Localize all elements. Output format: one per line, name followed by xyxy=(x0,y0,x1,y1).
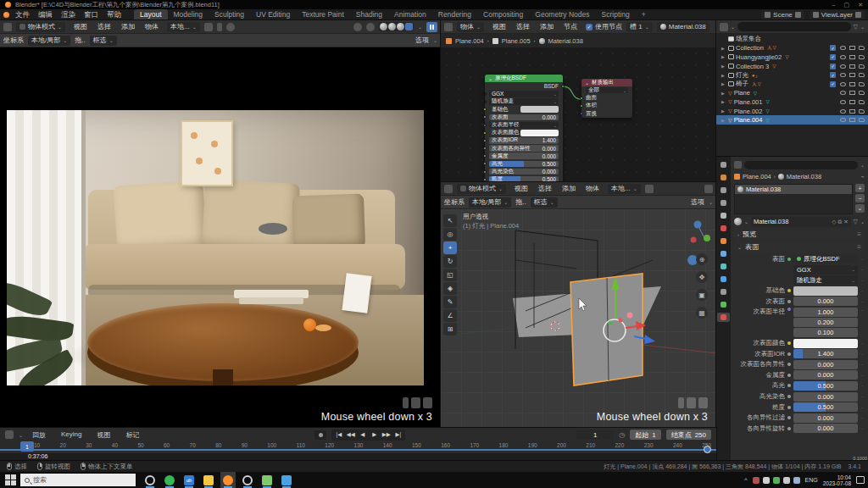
viewport-tool-button[interactable]: ✎ xyxy=(443,296,457,308)
node-menu-item[interactable]: 添加 xyxy=(536,22,558,31)
input-language[interactable]: ENG xyxy=(805,477,818,483)
viewport-menu-item[interactable]: 选择 xyxy=(93,22,115,31)
collection-checkbox[interactable]: ✓ xyxy=(830,72,836,78)
viewport-menu-item[interactable]: 物体 xyxy=(141,22,163,31)
workspace-tab[interactable]: Shading xyxy=(350,9,388,20)
tray-icon[interactable] xyxy=(773,477,780,484)
collection-checkbox[interactable]: ✓ xyxy=(830,54,836,60)
rendered-shading-icon[interactable] xyxy=(405,23,413,30)
render-disable-icon[interactable] xyxy=(859,100,865,104)
render-disable-icon[interactable] xyxy=(859,46,865,50)
pan-hand-icon[interactable]: ✥ xyxy=(696,271,708,283)
properties-tab[interactable] xyxy=(717,274,730,284)
material-property-row[interactable]: 高光染色 0.000 ∙ xyxy=(734,392,865,402)
properties-tab[interactable] xyxy=(717,173,730,182)
hide-eye-icon[interactable] xyxy=(840,109,846,114)
viewport-menu-item[interactable]: 视图 xyxy=(70,22,92,31)
viewport-menu-item[interactable]: 添加 xyxy=(558,184,580,193)
viewport-disable-icon[interactable] xyxy=(849,46,855,50)
slot-specials-button[interactable]: ⌄ xyxy=(855,204,865,213)
node-property-row[interactable]: 次表面颜色 ⌄ xyxy=(485,129,563,136)
copy-icon[interactable]: ⧉ xyxy=(837,219,842,225)
properties-tab[interactable] xyxy=(717,313,730,322)
render-disable-icon[interactable] xyxy=(859,73,865,77)
node-property-row[interactable]: 随机游走 ⌄ xyxy=(485,97,563,105)
expand-arrow-icon[interactable]: ▶ xyxy=(721,118,726,123)
snap-magnet-icon[interactable] xyxy=(645,185,654,193)
snap-options-icon[interactable] xyxy=(217,23,222,31)
material-property-row[interactable]: 基础色 ∙ xyxy=(734,286,865,296)
taskbar-search-input[interactable]: 搜索 xyxy=(20,474,136,486)
properties-tab[interactable] xyxy=(717,211,730,220)
scene-selector[interactable]: Scene xyxy=(761,10,804,19)
node-property-row[interactable]: 基础色 ⌄ xyxy=(485,106,563,114)
expand-arrow-icon[interactable]: ▶ xyxy=(721,91,726,96)
mode-dropdown[interactable]: 物体模式⌄ xyxy=(457,184,506,194)
viewport-tool-button[interactable]: ⊞ xyxy=(443,323,457,336)
playback-button[interactable]: ◀◀ xyxy=(345,430,356,440)
remove-slot-button[interactable]: − xyxy=(855,194,865,202)
properties-search-input[interactable] xyxy=(744,161,858,169)
node-input-socket[interactable]: 置换 xyxy=(581,110,632,118)
render-disable-icon[interactable] xyxy=(859,91,865,95)
hide-eye-icon[interactable] xyxy=(840,55,846,59)
material-property-row[interactable]: 次表面半径 1.000 0.200 0.100 ∙ xyxy=(734,308,865,337)
expand-arrow-icon[interactable]: ▶ xyxy=(721,99,726,104)
render-disable-icon[interactable] xyxy=(859,64,865,69)
outliner-row[interactable]: ▶ Plane.001 ▽ ✓ xyxy=(716,97,868,107)
options-dropdown[interactable]: 选项 xyxy=(415,36,429,45)
material-property-row[interactable]: 次表面颜色 ∙ xyxy=(734,339,865,348)
material-shading-icon[interactable] xyxy=(397,23,404,30)
expand-arrow-icon[interactable]: ▶ xyxy=(721,64,726,69)
workspace-tab[interactable]: Texture Paint xyxy=(296,9,350,20)
material-property-row[interactable]: 次表面 0.000 ∙ xyxy=(734,297,865,306)
viewport-menu-item[interactable]: 视图 xyxy=(510,184,532,193)
new-scene-icon[interactable] xyxy=(795,12,801,18)
topbar-menu-item[interactable]: 窗口 xyxy=(80,10,103,20)
playback-button[interactable]: ◀ xyxy=(357,430,368,440)
material-name-field[interactable]: Material.038 ◇⧉✕ xyxy=(751,217,851,227)
auto-keying-button[interactable] xyxy=(314,430,326,440)
coord-system-dropdown[interactable]: 本地/局部⌄ xyxy=(469,197,511,208)
editor-type-icon[interactable] xyxy=(734,161,742,169)
workspace-tab[interactable]: UV Editing xyxy=(250,9,296,20)
pause-button[interactable] xyxy=(426,22,437,32)
viewport-menu-item[interactable]: 选择 xyxy=(534,184,556,193)
viewport-tool-button[interactable]: ∠ xyxy=(443,309,457,322)
outliner-row[interactable]: ▶ Collection 人▽ ✓ xyxy=(716,44,868,53)
outliner-row[interactable]: ▶ Plane ▽ ✓ xyxy=(716,89,868,98)
surface-panel-header[interactable]: ⌄表面 ≡ xyxy=(734,241,865,252)
properties-tab[interactable] xyxy=(717,287,730,297)
end-frame-marker[interactable] xyxy=(704,446,711,453)
pin-icon[interactable]: ⌁ xyxy=(860,173,865,180)
tray-icon[interactable] xyxy=(753,477,760,484)
timeline-ruler[interactable]: 1020304050607080901001101201301401501601… xyxy=(0,441,716,453)
shield-icon[interactable]: ◇ xyxy=(832,219,836,225)
collection-checkbox[interactable]: ✓ xyxy=(830,81,836,87)
hide-eye-icon[interactable] xyxy=(840,82,846,86)
viewport-tool-button[interactable]: ◱ xyxy=(443,269,457,281)
preview-panel-header[interactable]: ›预览 ≡ xyxy=(734,229,865,240)
output-target-dropdown[interactable]: 全部⌄ xyxy=(581,86,632,94)
material-output-node[interactable]: ⌄ 材质输出 全部⌄ 曲面 体积 xyxy=(581,79,632,118)
expand-arrow-icon[interactable]: ▶ xyxy=(721,73,726,78)
hide-eye-icon[interactable] xyxy=(840,46,846,50)
orientation-dropdown[interactable]: 本地...⌄ xyxy=(608,184,641,194)
snap-magnet-icon[interactable] xyxy=(204,23,213,31)
viewport-disable-icon[interactable] xyxy=(849,109,855,114)
coord-system-dropdown[interactable]: 本地/局部⌄ xyxy=(28,36,70,46)
outliner-row[interactable]: ▶ Plane.002 ▽ ✓ xyxy=(716,107,868,116)
viewport-disable-icon[interactable] xyxy=(849,73,855,77)
close-button[interactable]: ✕ xyxy=(858,2,863,8)
playhead[interactable]: 1 xyxy=(20,441,34,452)
select-tool-dropdown[interactable]: 框选⌄ xyxy=(90,36,117,46)
taskbar-app-button[interactable] xyxy=(220,472,236,488)
material-property-row[interactable]: 次表面各向异性 0.000 ∙ xyxy=(734,360,865,369)
viewport-3d-canvas[interactable]: 用户透视 (1) 灯光 | Plane.004 ↖◎+↻◱◈✎∠⊞ xyxy=(441,209,716,428)
material-property-row[interactable]: 糙度 0.500 ∙ xyxy=(734,402,865,412)
workspace-tab[interactable]: Scripting xyxy=(596,9,636,20)
material-slot-row[interactable]: Material.038 xyxy=(735,185,852,194)
viewport-menu-item[interactable]: 物体 xyxy=(581,184,604,193)
unlink-icon[interactable]: ✕ xyxy=(843,219,848,225)
viewport-tool-button[interactable]: + xyxy=(443,241,457,254)
